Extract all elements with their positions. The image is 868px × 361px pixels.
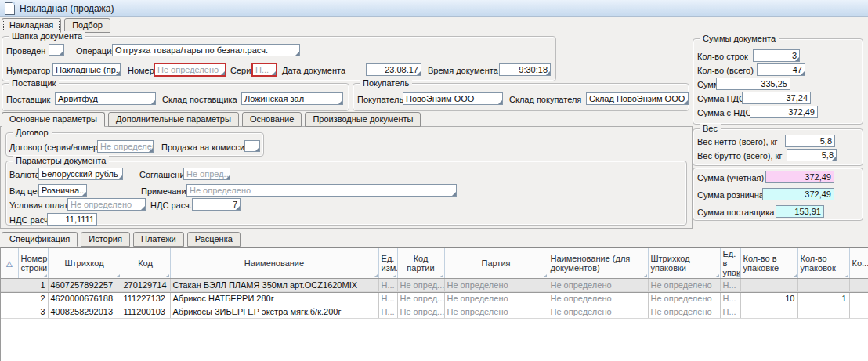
col-batch-code[interactable]: Код партии	[397, 248, 444, 279]
sum-supplier-field[interactable]: 153,91	[776, 205, 824, 218]
col-pack-qty[interactable]: Кол-во упаковок	[797, 248, 849, 279]
cell-name[interactable]: Абрикос НАТБЕРРИ 280г	[170, 292, 378, 305]
cell-pack-qty[interactable]	[797, 279, 849, 292]
buyer-field[interactable]: НовоЭнзим ООО	[403, 92, 503, 105]
vat-calc2-field[interactable]: 11,1111	[47, 213, 97, 226]
col-line-no[interactable]: Номер строки	[18, 248, 48, 279]
doc-time-field[interactable]: 9:30:18	[499, 63, 551, 76]
cell-barcode[interactable]: 4620000676188	[48, 292, 121, 305]
cell-unit[interactable]: Н...	[378, 292, 397, 305]
tab-derived-docs[interactable]: Производные документы	[305, 112, 421, 127]
sum-retail-field[interactable]: 372,49	[762, 188, 834, 200]
cell-batch[interactable]: Не определено	[444, 292, 548, 305]
cell-name[interactable]: Абрикосы ЗИБЕРГЕР экстра мягк.б/к.200г	[170, 305, 378, 319]
cell-pack-barcode[interactable]: Не определено	[648, 305, 720, 319]
net-weight-field[interactable]: 5,8	[785, 135, 835, 147]
cell-qty-in-pack[interactable]	[740, 305, 797, 319]
col-code[interactable]: Код	[121, 248, 170, 279]
table-row[interactable]: 1 4607257892257 270129714 Стакан БЭЛЛ ПЛ…	[1, 279, 868, 292]
series-field[interactable]: Н...	[251, 63, 277, 77]
currency-field[interactable]: Белорусский рубль	[38, 168, 123, 180]
window-titlebar[interactable]: Накладная (продажа)	[0, 0, 868, 17]
col-qty-in-pack[interactable]: Кол-во в упаковке	[740, 248, 797, 279]
cell-line-no[interactable]: 1	[1, 279, 48, 292]
qty-total-field[interactable]: 47	[757, 63, 805, 76]
gross-weight-field[interactable]: 5,8	[787, 149, 837, 161]
cell-barcode[interactable]: 4008258292013	[48, 305, 121, 319]
supplier-warehouse-field[interactable]: Ложинская зал	[241, 92, 343, 105]
doc-date-field[interactable]: 23.08.17	[366, 63, 421, 76]
sum-account-label: Сумма (учетная)	[697, 172, 764, 183]
tab-pricing[interactable]: Расценка	[187, 232, 241, 247]
tab-payments[interactable]: Платежи	[133, 232, 184, 247]
cell-batch[interactable]: Не определено	[444, 279, 548, 292]
cell-pack-barcode[interactable]: Не определено	[648, 279, 720, 292]
sum-field[interactable]: 335,25	[716, 78, 790, 90]
sum-with-vat-field[interactable]: 372,49	[750, 106, 818, 118]
cell-pack-barcode[interactable]: Не определено	[648, 292, 720, 305]
cell-batch-code[interactable]: Не опред...	[397, 292, 444, 305]
lines-count-field[interactable]: 3	[753, 49, 800, 62]
tab-specification[interactable]: Спецификация	[2, 232, 78, 247]
cell-last[interactable]	[849, 305, 868, 319]
cell-line-no[interactable]: 3	[1, 305, 48, 319]
cell-qty-in-pack[interactable]: 10	[740, 292, 797, 305]
numerator-field[interactable]: Накладные (пр...	[52, 63, 121, 76]
price-kind-field[interactable]: Рознична...	[38, 184, 87, 197]
cell-batch-code[interactable]: Не опред...	[397, 279, 444, 292]
cell-name[interactable]: Стакан БЭЛЛ ПЛАМЯ 350мл арт.OCZ1620MIX	[170, 279, 378, 292]
supplier-field[interactable]: Арвитфуд	[55, 92, 156, 105]
col-pack-barcode[interactable]: Штрихкод упаковки	[648, 248, 720, 279]
cell-code[interactable]: 111200103	[121, 305, 170, 319]
operation-field[interactable]: Отгрузка товара/тары по безнал.расч.	[112, 44, 300, 56]
payment-terms-field[interactable]: Не определено	[67, 198, 146, 211]
cell-pack-unit[interactable]: Н...	[720, 279, 740, 292]
specification-table[interactable]: △ Номер строки Штрихкод Код Наименование…	[0, 247, 868, 361]
col-last[interactable]: Ко...	[849, 248, 868, 279]
tab-invoice[interactable]: Накладная	[2, 18, 61, 33]
buyer-warehouse-field[interactable]: Склад НовоЭнзим ООО	[586, 92, 689, 105]
cell-qty-in-pack[interactable]	[740, 279, 797, 292]
number-field[interactable]: Не определено	[154, 63, 226, 77]
tab-history[interactable]: История	[81, 232, 130, 247]
posted-checkbox[interactable]	[49, 44, 64, 56]
sum-account-field[interactable]: 372,49	[765, 171, 834, 183]
note-label: Примечание	[141, 186, 191, 197]
cell-last[interactable]	[849, 292, 868, 305]
cell-doc-name[interactable]: Не определено	[548, 292, 648, 305]
cell-batch-code[interactable]: Не опред...	[397, 305, 444, 319]
vat-calc-field[interactable]: 7	[192, 198, 241, 211]
tab-extra-params[interactable]: Дополнительные параметры	[108, 112, 239, 127]
cell-last[interactable]	[849, 279, 868, 292]
cell-unit[interactable]: Н...	[378, 305, 397, 319]
cell-code[interactable]: 270129714	[121, 279, 170, 292]
table-row[interactable]: 3 4008258292013 111200103 Абрикосы ЗИБЕР…	[1, 305, 868, 319]
cell-pack-unit[interactable]: Н...	[720, 305, 740, 319]
col-pack-unit[interactable]: Ед. в упак	[720, 248, 740, 279]
cell-batch[interactable]: Не определено	[444, 305, 548, 319]
sort-header[interactable]: △	[1, 248, 18, 279]
col-unit[interactable]: Ед. изм.	[378, 248, 397, 279]
table-row[interactable]: 2 4620000676188 111227132 Абрикос НАТБЕР…	[1, 292, 868, 305]
sum-vat-field[interactable]: 37,24	[742, 92, 811, 104]
commission-checkbox[interactable]	[244, 140, 260, 152]
tab-basis[interactable]: Основание	[242, 112, 302, 127]
cell-line-no[interactable]: 2	[1, 292, 48, 305]
tab-main-params[interactable]: Основные параметры	[2, 112, 105, 127]
col-name[interactable]: Наименование	[170, 248, 378, 279]
cell-doc-name[interactable]: Не определено	[548, 279, 648, 292]
contract-field[interactable]: Не определено	[97, 140, 154, 153]
col-doc-name[interactable]: Наименование (для документов)	[548, 248, 648, 279]
cell-code[interactable]: 111227132	[121, 292, 170, 305]
cell-barcode[interactable]: 4607257892257	[48, 279, 121, 292]
cell-pack-unit[interactable]: Н...	[720, 292, 740, 305]
cell-doc-name[interactable]: Не определено	[548, 305, 648, 319]
col-barcode[interactable]: Штрихкод	[48, 248, 121, 279]
col-batch[interactable]: Партия	[444, 248, 548, 279]
cell-pack-qty[interactable]: 1	[797, 292, 849, 305]
cell-unit[interactable]: Н...	[378, 279, 397, 292]
note-field[interactable]: Не определено	[186, 184, 457, 197]
agreement-field[interactable]: Не опред...	[183, 168, 230, 180]
sum-vat-label: Сумма НДС	[697, 93, 745, 104]
cell-pack-qty[interactable]	[797, 305, 849, 319]
